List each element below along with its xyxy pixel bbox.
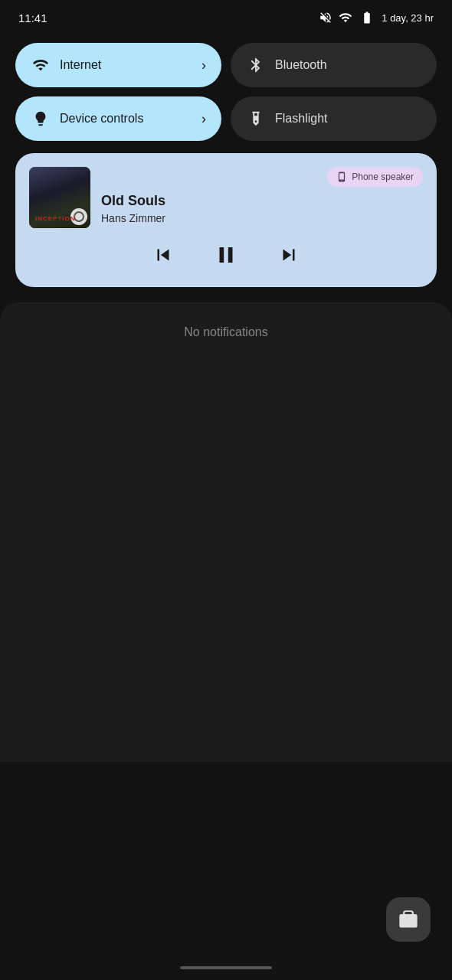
internet-tile[interactable]: Internet › xyxy=(15,43,221,87)
fab-button[interactable] xyxy=(386,897,431,942)
internet-label: Internet xyxy=(60,58,101,72)
bulb-icon xyxy=(32,110,49,127)
track-title: Old Souls xyxy=(101,193,423,209)
album-art: INCEPTION xyxy=(29,167,90,228)
output-label: Phone speaker xyxy=(352,172,414,182)
device-controls-tile[interactable]: Device controls › xyxy=(15,96,221,141)
status-bar: 11:41 1 day, 23 hr xyxy=(0,0,452,31)
device-controls-label: Device controls xyxy=(60,112,143,126)
bluetooth-tile[interactable]: Bluetooth xyxy=(231,43,437,87)
no-notifications-text: No notifications xyxy=(184,325,267,739)
wifi-tile-icon xyxy=(32,57,49,74)
mute-icon xyxy=(319,11,332,24)
skip-previous-icon xyxy=(152,243,175,266)
phone-speaker-badge[interactable]: Phone speaker xyxy=(327,167,423,187)
briefcase-icon xyxy=(398,909,419,930)
device-controls-chevron: › xyxy=(201,111,206,127)
quick-tiles-grid: Internet › Bluetooth Device controls › F… xyxy=(0,31,452,153)
skip-next-icon xyxy=(277,243,300,266)
output-badge-row: Phone speaker xyxy=(101,167,423,187)
notifications-area: No notifications xyxy=(0,302,452,762)
prev-button[interactable] xyxy=(152,243,175,272)
home-indicator xyxy=(180,966,272,969)
internet-chevron: › xyxy=(201,57,206,74)
flashlight-label: Flashlight xyxy=(275,112,327,126)
track-artist: Hans Zimmer xyxy=(101,212,423,224)
bluetooth-label: Bluetooth xyxy=(275,58,327,72)
media-info-column: Phone speaker Old Souls Hans Zimmer xyxy=(101,167,423,224)
phone-icon xyxy=(336,172,347,182)
battery-icon xyxy=(359,11,375,24)
media-player-card: INCEPTION Phone speaker Old Souls Hans Z… xyxy=(15,153,437,287)
flashlight-icon xyxy=(247,110,264,127)
media-controls xyxy=(29,242,423,273)
pause-icon xyxy=(213,242,239,268)
next-button[interactable] xyxy=(277,243,300,272)
status-icons: 1 day, 23 hr xyxy=(319,11,434,24)
media-top-row: INCEPTION Phone speaker Old Souls Hans Z… xyxy=(29,167,423,228)
pause-button[interactable] xyxy=(213,242,239,273)
wifi-icon xyxy=(339,11,352,24)
battery-text: 1 day, 23 hr xyxy=(382,12,434,24)
time-display: 11:41 xyxy=(18,11,47,24)
flashlight-tile[interactable]: Flashlight xyxy=(231,96,437,141)
bluetooth-icon xyxy=(247,57,264,74)
